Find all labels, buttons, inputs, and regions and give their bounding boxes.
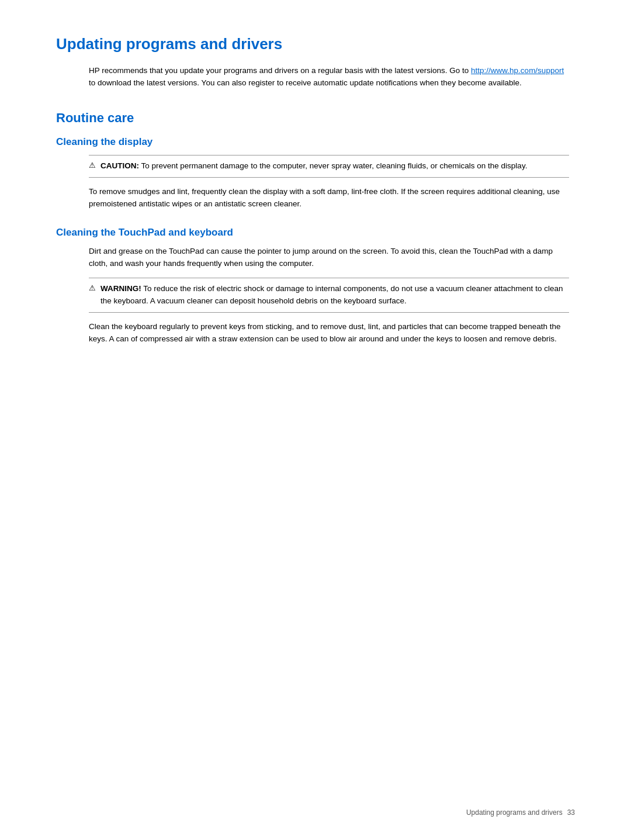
warning-box-keyboard: ⚠ WARNING! To reduce the risk of electri… xyxy=(89,278,569,313)
caution-label: CAUTION: xyxy=(100,161,139,170)
updating-body-text: HP recommends that you update your progr… xyxy=(89,66,471,75)
routine-care-title: Routine care xyxy=(56,110,575,128)
caution-display-message: To prevent permanent damage to the compu… xyxy=(141,161,528,170)
warning-keyboard-text: WARNING! To reduce the risk of electric … xyxy=(100,283,569,307)
footer-page-number: 33 xyxy=(567,808,575,817)
cleaning-display-body: To remove smudges and lint, frequently c… xyxy=(89,186,569,210)
cleaning-touchpad-section: Cleaning the TouchPad and keyboard Dirt … xyxy=(56,227,575,346)
caution-display-text: CAUTION: To prevent permanent damage to … xyxy=(100,160,527,172)
warning-keyboard-message: To reduce the risk of electric shock or … xyxy=(100,284,563,305)
routine-care-section: Routine care Cleaning the display ⚠ CAUT… xyxy=(56,110,575,345)
warning-triangle-icon: ⚠ xyxy=(89,284,96,292)
cleaning-touchpad-title: Cleaning the TouchPad and keyboard xyxy=(56,227,575,238)
updating-body: HP recommends that you update your progr… xyxy=(89,65,569,89)
cleaning-touchpad-body1: Dirt and grease on the TouchPad can caus… xyxy=(89,246,569,270)
caution-box-display: ⚠ CAUTION: To prevent permanent damage t… xyxy=(89,155,569,178)
footer-section-label: Updating programs and drivers xyxy=(466,808,563,817)
hp-support-link[interactable]: http://www.hp.com/support xyxy=(471,66,564,75)
warning-label: WARNING! xyxy=(100,284,141,293)
page-footer: Updating programs and drivers 33 xyxy=(466,808,575,817)
updating-title: Updating programs and drivers xyxy=(56,35,575,56)
updating-body-after-link: to download the latest versions. You can… xyxy=(89,78,522,87)
cleaning-display-title: Cleaning the display xyxy=(56,136,575,148)
caution-triangle-icon: ⚠ xyxy=(89,161,96,170)
cleaning-display-section: Cleaning the display ⚠ CAUTION: To preve… xyxy=(56,136,575,210)
cleaning-touchpad-body2: Clean the keyboard regularly to prevent … xyxy=(89,321,569,345)
updating-section: Updating programs and drivers HP recomme… xyxy=(56,35,575,89)
